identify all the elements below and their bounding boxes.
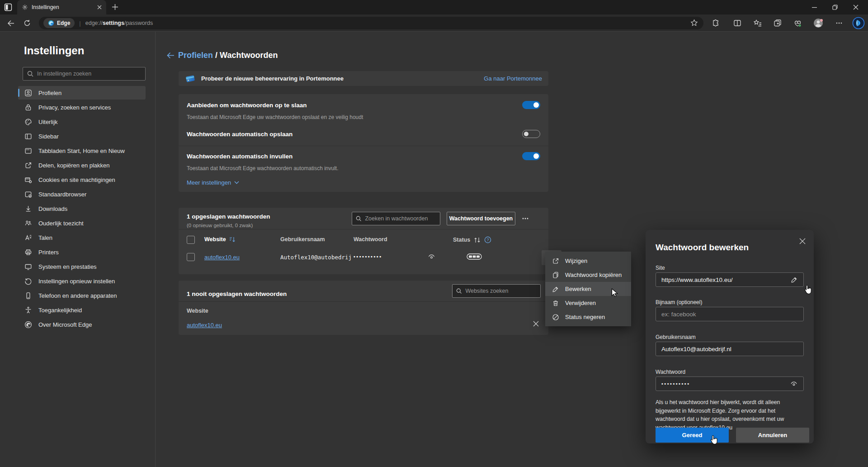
row-website-link[interactable]: autoflex10.eu xyxy=(204,254,240,261)
back-icon[interactable] xyxy=(5,18,16,29)
select-all-checkbox[interactable] xyxy=(187,236,195,244)
address-bar[interactable]: Edge | edge://settings/passwords xyxy=(39,17,703,29)
password-field[interactable] xyxy=(656,376,804,391)
svg-text:?: ? xyxy=(487,238,489,242)
minimize-button[interactable] xyxy=(804,0,825,14)
extensions-icon[interactable] xyxy=(710,18,721,29)
menu-item-wijzigen[interactable]: Wijzigen xyxy=(545,254,631,268)
sort-toggle-icon[interactable] xyxy=(474,237,481,243)
menu-item-label: Wachtwoord kopiëren xyxy=(565,272,622,278)
website-search-box[interactable] xyxy=(452,284,541,298)
sidebar-item-label: Over Microsoft Edge xyxy=(38,321,92,328)
menu-item-label: Verwijderen xyxy=(565,300,596,306)
saved-more-icon[interactable] xyxy=(521,215,529,222)
tab-close-icon[interactable] xyxy=(97,5,102,10)
row-checkbox[interactable] xyxy=(187,253,195,261)
languages-icon xyxy=(24,234,32,242)
wallet-icon xyxy=(185,74,196,83)
sort-descending-icon[interactable] xyxy=(229,237,236,243)
sidebar-item-toegankelijkheid[interactable]: Toegankelijkheid xyxy=(18,303,146,317)
auto-save-label: Wachtwoorden automatisch opslaan xyxy=(187,131,292,138)
sidebar-item-cookies[interactable]: Cookies en site machtigingen xyxy=(18,173,146,186)
sidebar-item-over-edge[interactable]: Over Microsoft Edge xyxy=(18,318,146,331)
offer-save-toggle[interactable] xyxy=(522,101,540,109)
help-icon[interactable]: ? xyxy=(484,236,491,243)
sidebar-item-tabbladen[interactable]: Tabbladen Start, Home en Nieuw xyxy=(18,144,146,157)
sidebar-item-profielen[interactable]: Profielen xyxy=(18,86,146,100)
password-search-input[interactable] xyxy=(365,215,436,222)
add-password-button[interactable]: Wachtwoord toevoegen xyxy=(447,212,515,225)
collections-icon[interactable] xyxy=(772,18,783,29)
split-screen-icon[interactable] xyxy=(732,18,743,29)
sidebar-item-uiterlijk[interactable]: Uiterlijk xyxy=(18,115,146,129)
menu-item-verwijderen[interactable]: Verwijderen xyxy=(545,296,631,310)
menu-item-bewerken[interactable]: Bewerken xyxy=(545,282,631,296)
new-tab-button[interactable] xyxy=(112,4,118,10)
breadcrumb-parent-link[interactable]: Profielen xyxy=(178,51,213,60)
chip-separator: | xyxy=(79,20,80,27)
show-password-icon[interactable] xyxy=(428,253,435,260)
sidebar-item-printers[interactable]: Printers xyxy=(18,245,146,259)
copilot-icon[interactable] xyxy=(852,16,865,30)
site-field[interactable] xyxy=(656,272,804,287)
sidebar-item-standaardbrowser[interactable]: Standaardbrowser xyxy=(18,187,146,201)
website-search-input[interactable] xyxy=(465,288,537,294)
sidebar-item-label: Cookies en site machtigingen xyxy=(38,176,115,183)
nickname-field[interactable] xyxy=(656,307,804,321)
edit-site-pencil-icon[interactable] xyxy=(791,276,798,283)
menu-item-status-negeren[interactable]: Status negeren xyxy=(545,310,631,324)
printer-icon xyxy=(24,248,32,256)
site-input[interactable] xyxy=(661,276,791,283)
username-field[interactable] xyxy=(656,342,804,356)
favorite-star-icon[interactable] xyxy=(690,19,698,27)
close-window-button[interactable] xyxy=(845,0,866,14)
profile-avatar[interactable] xyxy=(813,18,824,29)
more-settings-link[interactable]: Meer instellingen xyxy=(187,179,239,186)
username-input[interactable] xyxy=(661,346,798,353)
sidebar-item-telefoon[interactable]: Telefoon en andere apparaten xyxy=(18,289,146,302)
favorites-icon[interactable] xyxy=(752,18,763,29)
column-website[interactable]: Website xyxy=(204,236,226,243)
nickname-input[interactable] xyxy=(661,311,798,318)
never-saved-website-link[interactable]: autoflex10.eu xyxy=(187,322,222,329)
sidebar-item-reset[interactable]: Instellingen opnieuw instellen xyxy=(18,274,146,288)
search-icon xyxy=(356,215,361,222)
sidebar-item-delen[interactable]: Delen, kopiëren en plakken xyxy=(18,158,146,172)
cancel-button[interactable]: Annuleren xyxy=(736,428,809,443)
search-icon xyxy=(27,71,33,77)
auto-save-toggle[interactable] xyxy=(522,130,540,138)
tab-activities-icon[interactable] xyxy=(4,3,12,11)
password-settings-card: Aanbieden om wachtwoorden op te slaan To… xyxy=(179,94,548,192)
dialog-close-icon[interactable] xyxy=(799,238,806,244)
reveal-password-icon[interactable] xyxy=(790,380,798,387)
settings-search-input[interactable] xyxy=(37,71,137,77)
settings-more-icon[interactable] xyxy=(834,18,844,29)
sidebar-item-privacy[interactable]: Privacy, zoeken en services xyxy=(18,100,146,114)
settings-search-box[interactable] xyxy=(23,67,146,81)
sidebar-item-talen[interactable]: Talen xyxy=(18,231,146,244)
sidebar-item-label: Toegankelijkheid xyxy=(38,307,82,314)
browser-essentials-icon[interactable] xyxy=(792,18,803,29)
done-button[interactable]: Gereed xyxy=(656,428,729,443)
banner-link[interactable]: Ga naar Portemonnee xyxy=(484,75,542,82)
block-icon xyxy=(552,314,559,321)
row-username: Autoflex10@autobedrij xyxy=(280,254,352,261)
auto-fill-description: Toestaan dat Microsoft Edge wachtwoorden… xyxy=(187,165,339,172)
column-status[interactable]: Status xyxy=(453,237,470,243)
sidebar-item-systeem[interactable]: Systeem en prestaties xyxy=(18,260,146,273)
browser-tab[interactable]: Instellingen xyxy=(17,0,106,14)
menu-item-wachtwoord-kopieren[interactable]: Wachtwoord kopiëren xyxy=(545,268,631,282)
sidebar-item-downloads[interactable]: Downloads xyxy=(18,202,146,215)
password-search-box[interactable] xyxy=(352,212,440,225)
sidebar-item-sidebar[interactable]: Sidebar xyxy=(18,129,146,143)
sidebar-item-ouderlijk-toezicht[interactable]: Ouderlijk toezicht xyxy=(18,216,146,230)
remove-never-saved-icon[interactable] xyxy=(533,321,539,327)
site-chip[interactable]: Edge xyxy=(43,18,75,28)
share-icon xyxy=(24,162,32,169)
breadcrumb-back-icon[interactable] xyxy=(166,52,175,59)
password-input[interactable] xyxy=(661,381,790,386)
menu-item-label: Bewerken xyxy=(565,286,591,292)
refresh-icon[interactable] xyxy=(22,18,33,29)
auto-fill-toggle[interactable] xyxy=(522,152,540,160)
restore-button[interactable] xyxy=(825,0,845,14)
